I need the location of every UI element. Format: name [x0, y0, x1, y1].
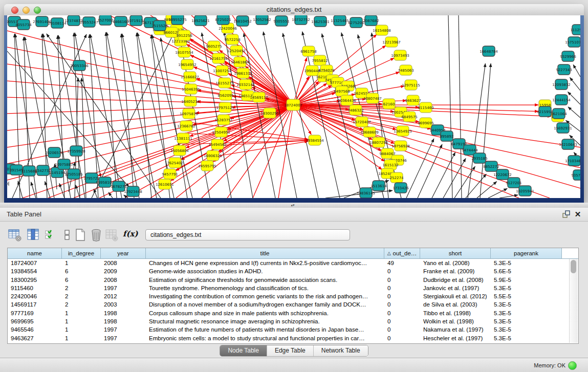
table-body: 1872400712008Changes of HCN gene express… [8, 259, 578, 342]
pane-collapse-arrow-icon[interactable] [4, 181, 9, 186]
graph-node-label: 15625301 [311, 20, 330, 24]
table-cell: 0 [384, 284, 420, 292]
network-canvas[interactable]: 8896012271812612213363181075541965495215… [7, 15, 580, 198]
graph-node-label: 10955275 [168, 18, 187, 22]
table-cell: 2 [62, 292, 101, 300]
delete-table-button[interactable] [90, 228, 103, 242]
select-all-button[interactable] [44, 228, 58, 242]
column-header-title[interactable]: title [146, 248, 384, 258]
clear-selection-button[interactable] [60, 228, 74, 242]
table-cell: 9463627 [8, 334, 62, 342]
graph-node-label: 12093832 [552, 83, 571, 87]
network-frame: 8896012271812612213363181075541965495215… [4, 15, 584, 203]
graph-node-label: 9463627 [405, 99, 421, 103]
memory-status-indicator[interactable] [568, 361, 577, 370]
new-table-button[interactable] [74, 228, 88, 242]
table-cell: 0 [384, 317, 420, 325]
table-cell: Structural magnetic resonance image aver… [146, 317, 384, 325]
graph-node-label: 19654952 [178, 63, 197, 67]
show-columns-button[interactable] [27, 228, 40, 242]
table-cell: Jankovic et al. (1997) [420, 284, 491, 292]
graph-node-label: 10807487 [363, 97, 382, 101]
column-header-in_degree[interactable]: in_degree [62, 248, 101, 258]
graph-node-label: 12504951 [212, 130, 230, 135]
function-builder-button[interactable]: f(x) [123, 229, 138, 238]
table-type-tabs: Node TableEdge TableNetwork Table [220, 345, 368, 357]
panel-title: Table Panel [7, 208, 41, 221]
table-cell: Estimation of the future numbers of pati… [146, 325, 384, 334]
table-row[interactable]: 1872400712008Changes of HCN gene express… [8, 259, 578, 267]
graph-node-label: 16958107 [96, 181, 114, 185]
table-row[interactable]: 1938455462009Genome-wide association stu… [8, 267, 578, 275]
graph-node-label: 1990448 [304, 69, 320, 73]
graph-node-label: 9127201 [506, 181, 521, 185]
graph-node-label: 10688609 [360, 130, 379, 135]
column-header-name[interactable]: name [8, 248, 62, 258]
table-settings-button[interactable] [8, 228, 22, 242]
table-row[interactable]: 2242004622012Investigating the contribut… [8, 292, 578, 300]
vertical-scrollbar[interactable] [569, 259, 578, 343]
window-titlebar[interactable]: citations_edges.txt [4, 4, 584, 16]
table-cell: Investigating the contribution of common… [146, 292, 384, 300]
table-cell: 1 [62, 309, 101, 317]
graph-node-label: 10973493 [391, 54, 409, 58]
tab-node-table[interactable]: Node Table [220, 345, 267, 356]
close-panel-icon[interactable]: ✕ [574, 210, 582, 218]
graph-node-label: 9115460 [418, 106, 433, 110]
table-cell: 5.3E-5 [491, 300, 562, 309]
table-panel: Table Panel ✕ [0, 208, 588, 358]
table-chooser-value: citations_edges.txt [150, 231, 201, 238]
graph-node-label: 11381111 [174, 137, 192, 141]
scrollbar-thumb[interactable] [571, 260, 576, 273]
table-row[interactable]: 977716911998Corpus callosum shape and si… [8, 309, 578, 317]
graph-node-label: 10732752 [292, 18, 310, 22]
graph-node-label: 7486322 [347, 108, 363, 113]
graph-node-label: 6961758 [300, 50, 316, 54]
splitter-grip-icon[interactable]: ▴▾ [289, 204, 296, 207]
graph-node-label: 1112524 [570, 28, 580, 32]
table-row[interactable]: 1830029562008Estimation of significance … [8, 276, 578, 284]
graph-node-label: 16461864 [231, 60, 249, 64]
table-cell: 6 [62, 267, 101, 275]
table-row[interactable]: 969969511998Structural magnetic resonanc… [8, 317, 578, 325]
table-row[interactable]: 911546021997Tourette syndrome. Phenomeno… [8, 284, 578, 292]
graph-node-label: 9357201 [571, 173, 580, 178]
table-cell: 2008 [101, 276, 146, 284]
table-cell: 5.3E-5 [491, 317, 562, 325]
graph-node-label: 16906325 [204, 154, 222, 158]
float-panel-icon[interactable] [562, 210, 571, 218]
table-row[interactable]: 946362711997Embryonic stem cells: a mode… [8, 334, 578, 342]
graph-node-label: 10553247 [80, 20, 98, 25]
table-cell: 22420046 [8, 292, 62, 300]
table-cell: 9699695 [8, 317, 62, 325]
graph-node-label: 12220672 [493, 173, 512, 177]
column-header-out_de[interactable]: △out_de… [384, 248, 420, 258]
column-header-short[interactable]: short [420, 248, 491, 258]
table-cell: Embryonic stem cells: a model to study s… [146, 334, 384, 342]
table-cell: Stergiakouli et al. (2012) [420, 292, 491, 300]
table-row[interactable]: 1456911722003Disruption of a novel membe… [8, 300, 578, 309]
graph-node-label: 17103465 [565, 159, 580, 163]
tab-network-table[interactable]: Network Table [313, 345, 368, 356]
graph-node-label: 19861312 [234, 72, 252, 76]
table-cell: 0 [384, 292, 420, 300]
column-header-pagerank[interactable]: pagerank [491, 248, 562, 258]
graph-node-label: 15720407 [353, 120, 371, 124]
column-header-year[interactable]: year [101, 248, 146, 258]
table-chooser-dropdown[interactable]: citations_edges.txt [145, 229, 350, 240]
table-cell: 5.3E-5 [491, 284, 562, 292]
table-cell: 6 [62, 276, 101, 284]
graph-node-label: 18724007 [284, 103, 302, 107]
graph-node-label: 1733426 [393, 186, 409, 190]
table-cell: 0 [384, 300, 420, 309]
tab-edge-table[interactable]: Edge Table [267, 345, 313, 356]
graph-node-label: 16405234 [181, 100, 200, 104]
table-row[interactable]: 946554611997Estimation of the future num… [8, 325, 578, 334]
graph-node-label: 14569117 [250, 96, 268, 100]
table-cell: Franke et al. (2009) [420, 267, 491, 275]
graph-node-label: 15692931 [554, 126, 572, 130]
table-cell: 19384554 [8, 267, 62, 275]
table-toolbar: f(x) citations_edges.txt [0, 221, 588, 248]
graph-node-label: 19384554 [306, 139, 324, 143]
graph-node-label: 12505185 [64, 172, 83, 177]
